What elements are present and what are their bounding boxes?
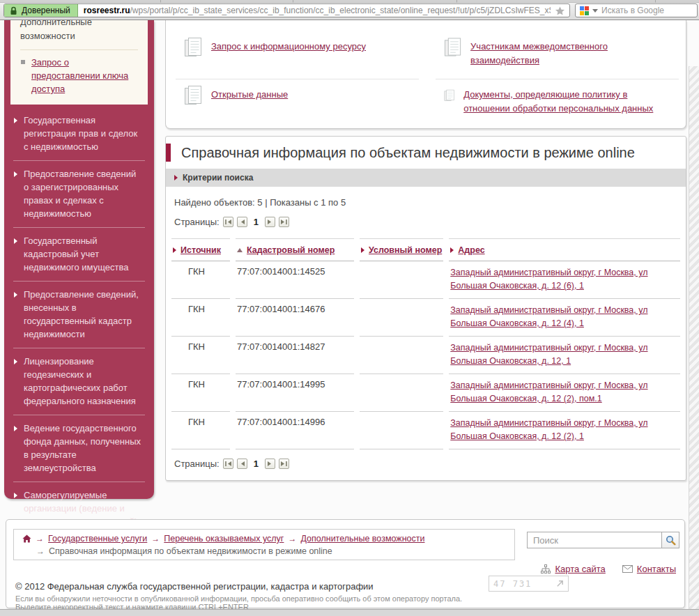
first-page-button[interactable]	[223, 217, 233, 227]
document-icon	[184, 37, 202, 58]
next-page-button[interactable]	[265, 459, 275, 469]
url-text[interactable]: rosreestr.ru/wps/portal/p/cc_ib_state_se…	[78, 6, 551, 15]
last-page-button[interactable]	[279, 459, 289, 469]
address-link[interactable]: Западный административный округ, г Москв…	[450, 268, 647, 291]
url-host: rosreestr.ru	[84, 6, 130, 15]
divider	[20, 49, 138, 50]
site-search[interactable]	[527, 532, 679, 548]
arrow-right-icon	[14, 426, 17, 431]
column-header-link[interactable]: Условный номер	[369, 245, 442, 255]
column-header-address[interactable]: Адрес	[449, 238, 680, 261]
sidebar-item-cadastral-registration[interactable]: Государственный кадастровый учет недвижи…	[13, 227, 145, 281]
table-row: ГКН 77:07:0014001:14676 Западный админис…	[171, 299, 680, 337]
address-link[interactable]: Западный административный округ, г Москв…	[450, 380, 647, 403]
quick-link-personal-data-policy[interactable]: Документы, определяющие политику в отнош…	[436, 79, 679, 127]
footer-note-line-1: Если вы обнаружили неточности в опублико…	[15, 594, 462, 603]
browser-search-box[interactable]	[575, 3, 698, 17]
pagination-bottom: Страницы: 1	[166, 449, 686, 477]
prev-page-button[interactable]	[237, 459, 247, 469]
cell-address: Западный административный округ, г Москв…	[449, 412, 680, 449]
browser-tab-strip	[0, 0, 699, 3]
address-bar[interactable]: Доверенный rosreestr.ru/wps/portal/p/cc_…	[3, 3, 570, 17]
current-page-number[interactable]: 1	[254, 217, 259, 227]
search-criteria-toggle[interactable]: Критерии поиска	[166, 169, 686, 187]
cell-source: ГКН	[171, 261, 230, 299]
column-header-source[interactable]: Источник	[171, 238, 230, 261]
results-panel: Справочная информация по объектам недвиж…	[165, 136, 686, 481]
cell-address: Западный административный округ, г Москв…	[449, 261, 680, 299]
quick-link[interactable]: Открытые данные	[211, 88, 288, 102]
sidebar-item-access-key-request[interactable]: Запрос о предоставлении ключа доступа	[10, 56, 148, 95]
quick-link-interagency[interactable]: Участникам межведомственного взаимодейст…	[436, 31, 679, 79]
current-page-number[interactable]: 1	[254, 459, 259, 469]
cell-address: Западный административный округ, г Москв…	[449, 299, 680, 337]
quick-link[interactable]: Участникам межведомственного взаимодейст…	[470, 40, 672, 68]
breadcrumb-arrow-icon: →	[36, 532, 44, 545]
column-header-cadastral-number[interactable]: Кадастровый номер	[236, 238, 354, 261]
column-header-link[interactable]: Кадастровый номер	[247, 245, 335, 255]
arrow-right-icon	[14, 238, 17, 244]
breadcrumb-link-additional-features[interactable]: Дополнительные возможности	[300, 532, 424, 545]
sidebar-active-link[interactable]: Запрос о предоставлении ключа доступа	[31, 57, 128, 94]
table-header-row: Источник Кадастровый номер Условный номе…	[171, 238, 680, 261]
address-link[interactable]: Западный административный округ, г Москв…	[450, 418, 647, 441]
trust-badge[interactable]: Доверенный	[4, 4, 78, 17]
search-engine-dropdown-icon[interactable]	[592, 9, 598, 13]
sidebar-item-registered-rights-info[interactable]: Предоставление сведений о зарегистрирова…	[13, 160, 145, 227]
sidebar-active-section: Дополнительные возможности Запрос о пред…	[10, 20, 148, 105]
quick-link-info-resource[interactable]: Запрос к информационному ресурсу	[176, 31, 419, 79]
url-path: /wps/portal/p/cc_ib_state_services/cc_ib…	[130, 6, 551, 15]
next-page-button[interactable]	[265, 217, 275, 227]
arrow-right-icon	[361, 247, 364, 253]
arrow-right-icon	[14, 292, 17, 298]
cell-conditional-number	[360, 337, 443, 374]
quick-link[interactable]: Документы, определяющие политику в отнош…	[463, 88, 672, 116]
visit-counter-badge[interactable]: 47 731	[489, 576, 569, 592]
cell-conditional-number	[360, 374, 443, 412]
breadcrumb-link-services-list[interactable]: Перечень оказываемых услуг	[164, 532, 284, 545]
arrow-right-icon	[450, 247, 454, 253]
sitemap-icon	[541, 564, 551, 573]
table-row: ГКН 77:07:0014001:14995 Западный админис…	[171, 374, 680, 412]
breadcrumb-link-state-services[interactable]: Государственные услуги	[48, 532, 147, 545]
column-header-link[interactable]: Адрес	[458, 245, 484, 255]
sitemap-link-label[interactable]: Карта сайта	[555, 564, 605, 574]
address-link[interactable]: Западный административный округ, г Москв…	[450, 343, 647, 366]
title-accent-bar	[166, 144, 171, 162]
pages-label: Страницы:	[174, 459, 220, 469]
site-search-button[interactable]	[661, 532, 679, 548]
cell-cadastral-number: 77:07:0014001:14827	[236, 337, 354, 374]
cell-source: ГКН	[171, 299, 230, 337]
table-row: ГКН 77:07:0014001:14996 Западный админис…	[171, 412, 680, 449]
sitemap-link[interactable]: Карта сайта	[541, 564, 605, 574]
breadcrumb-arrow-icon: →	[288, 532, 296, 545]
home-icon[interactable]	[22, 534, 31, 543]
quick-link-open-data[interactable]: Открытые данные	[176, 79, 419, 127]
page-background-stripes	[689, 66, 699, 609]
search-criteria-label: Критерии поиска	[183, 173, 253, 183]
cell-cadastral-number: 77:07:0014001:14525	[236, 261, 354, 299]
first-page-button[interactable]	[223, 459, 233, 469]
sidebar-item-licensing[interactable]: Лицензирование геодезических и картограф…	[13, 348, 145, 415]
sort-asc-icon	[237, 248, 243, 252]
column-header-conditional-number[interactable]: Условный номер	[360, 238, 443, 261]
sidebar-item-cadastre-info[interactable]: Предоставление сведений, внесенных в гос…	[13, 281, 145, 348]
column-header-link[interactable]: Источник	[180, 245, 221, 255]
google-logo-icon	[580, 6, 589, 15]
sidebar-item-state-registration[interactable]: Государственная регистрация прав и сдело…	[13, 107, 145, 160]
site-search-input[interactable]	[528, 532, 661, 548]
last-page-button[interactable]	[279, 217, 289, 227]
bookmark-star-icon[interactable]	[551, 6, 569, 16]
pagination-top: Страницы: 1	[166, 208, 686, 236]
envelope-icon	[622, 565, 633, 573]
search-icon	[666, 535, 676, 546]
quick-link[interactable]: Запрос к информационному ресурсу	[211, 40, 366, 54]
breadcrumb-line-2: → Справочная информация по объектам недв…	[22, 545, 506, 557]
cell-source: ГКН	[171, 412, 230, 449]
contacts-link[interactable]: Контакты	[622, 564, 676, 574]
browser-search-input[interactable]	[601, 6, 693, 15]
sidebar-item-land-fund[interactable]: Ведение государственного фонда данных, п…	[13, 415, 145, 482]
address-link[interactable]: Западный административный округ, г Москв…	[450, 305, 647, 328]
prev-page-button[interactable]	[237, 217, 247, 227]
contacts-link-label[interactable]: Контакты	[637, 564, 676, 574]
